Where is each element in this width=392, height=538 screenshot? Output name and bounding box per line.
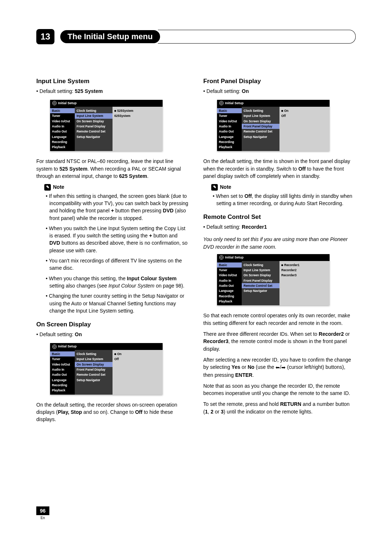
body-text: After selecting a new recorder ID, you h… [203,356,356,379]
header-rule [158,30,356,44]
note-item: You can't mix recordings of different TV… [46,257,189,272]
body-text: Note that as soon as you change the reco… [203,382,356,397]
chapter-header: 13 The Initial Setup menu [36,29,356,44]
intro-text: You only need to set this if you are usi… [203,236,356,250]
note-item: When you switch the Line Input System se… [46,225,189,254]
disc-icon [52,101,57,105]
body-text: So that each remote control operates onl… [203,312,356,327]
disc-icon [52,345,57,349]
body-text: To set the remote, press and hold RETURN… [203,400,356,415]
content-columns: Input Line System Default setting: 525 S… [36,77,356,427]
pencil-icon: ✎ [211,184,218,191]
right-column: Front Panel Display Default setting: On … [203,77,356,427]
chapter-title: The Initial Setup menu [60,30,160,43]
section-heading: Front Panel Display [203,77,356,86]
default-setting: Default setting: On [36,331,189,338]
note-item: When set to Off, the display still light… [213,192,356,207]
right-arrow-icon: ➡ [281,364,286,371]
disc-icon [219,255,224,260]
pencil-icon: ✎ [44,184,51,191]
option-list: 525System625System [113,107,163,151]
note-label: ✎ Note [44,183,189,191]
left-column: Input Line System Default setting: 525 S… [36,77,189,427]
settings-screenshot: Initial Setup BasicTunerVideo In/OutAudi… [217,100,330,151]
section-heading: Input Line System [36,77,189,86]
category-list: BasicTunerVideo In/OutAudio InAudio OutL… [50,107,75,151]
section-heading: On Screen Display [36,320,189,329]
chapter-number: 13 [36,29,54,44]
settings-screenshot: Initial Setup BasicTunerVideo In/OutAudi… [50,100,163,151]
settings-screenshot: Initial Setup BasicTunerVideo In/OutAudi… [50,343,163,395]
body-text: On the default setting, the recorder sho… [36,401,189,423]
default-setting: Default setting: On [203,87,356,95]
note-list: When set to Off, the display still light… [213,192,356,207]
left-arrow-icon: ⬅ [275,364,280,371]
section-heading: Remote Control Set [203,213,356,222]
page-number: 96 En [36,506,49,520]
disc-icon [219,101,224,105]
body-text: There are three different recorder IDs. … [203,330,356,352]
settings-screenshot: Initial Setup BasicTunerVideo In/OutAudi… [217,254,330,306]
note-label: ✎ Note [211,183,356,191]
setting-list: Clock SettingInput Line SystemOn Screen … [75,107,113,151]
note-item: If when this setting is changed, the scr… [46,192,189,222]
note-list: If when this setting is changed, the scr… [46,192,189,314]
note-item: Changing the tuner country setting in th… [46,292,189,314]
body-text: On the default setting, the time is show… [203,158,356,180]
body-text: For standard NTSC or PAL–60 recording, l… [36,158,189,180]
default-setting: Default setting: Recorder1 [203,223,356,231]
manual-page: 13 The Initial Setup menu Input Line Sys… [0,0,392,538]
default-setting: Default setting: 525 System [36,87,189,95]
note-item: When you change this setting, the Input … [46,275,189,290]
